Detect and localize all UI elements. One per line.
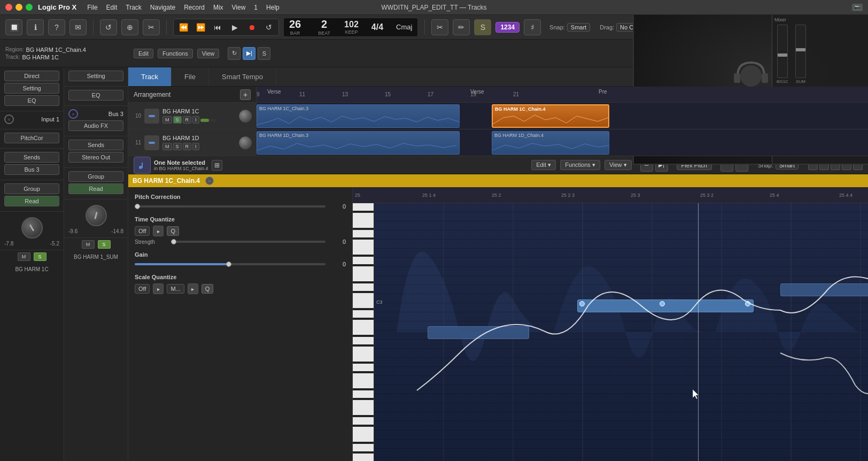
record-arm-11[interactable]: R xyxy=(183,143,192,150)
menu-bar[interactable]: File Edit Track Navigate Record Mix View… xyxy=(87,4,280,11)
time-q-btn[interactable]: Q xyxy=(167,226,179,236)
bus-btn-left[interactable]: Bus 3 xyxy=(4,164,59,175)
tab-track[interactable]: Track xyxy=(128,67,172,86)
region-info-icon[interactable]: ○ xyxy=(205,176,214,185)
toolbar-btn-2[interactable]: ℹ xyxy=(27,19,44,35)
region-11-1[interactable]: BG HARM 1D_Chain.3 xyxy=(257,131,460,155)
pitchcor-btn[interactable]: PitchCor xyxy=(4,133,59,143)
play-button[interactable]: ▶ xyxy=(227,20,242,34)
region-10-2[interactable]: BG HARM 1C_Chain.4 xyxy=(492,104,609,128)
eq-btn-left[interactable]: EQ xyxy=(4,95,59,106)
s-btn-left[interactable]: S xyxy=(34,252,46,261)
rewind-button[interactable]: ⏪ xyxy=(176,20,191,34)
toolbar-midi-btn[interactable]: 1234 xyxy=(495,22,520,33)
close-button[interactable] xyxy=(5,4,12,11)
menu-view[interactable]: View xyxy=(232,4,246,11)
record-arm-10[interactable]: R xyxy=(183,116,192,124)
toolbar-btn-6[interactable]: ✂ xyxy=(431,19,448,35)
input-11[interactable]: I xyxy=(192,143,199,150)
snap-value[interactable]: Smart xyxy=(567,23,590,32)
m-btn-right[interactable]: M xyxy=(82,240,95,249)
group-btn-left[interactable]: Group xyxy=(4,183,59,194)
note-sel-collapse[interactable]: ⊞ xyxy=(212,160,222,171)
toolbar-btn-pencil[interactable]: ✏ xyxy=(453,19,470,35)
to-start-button[interactable]: ⏮ xyxy=(210,20,225,34)
region-11-2[interactable]: BG HARM 1D_Chain.4 xyxy=(492,131,609,155)
region-10-1[interactable]: BG HARM 1C_Chain.3 xyxy=(257,104,460,128)
record-button[interactable]: ⏺ xyxy=(244,20,259,34)
vol-slider-10[interactable] xyxy=(200,119,216,122)
volume-knob-left[interactable] xyxy=(21,217,43,239)
editor-functions-btn[interactable]: Functions ▾ xyxy=(560,160,600,170)
time-quantize-dropdown[interactable]: Off xyxy=(135,226,150,236)
gain-slider[interactable] xyxy=(135,263,326,265)
traffic-lights[interactable] xyxy=(5,4,33,11)
toolbar-btn-1[interactable]: 🔲 xyxy=(5,19,22,35)
toolbar-btn-5[interactable]: ↺ xyxy=(100,19,117,35)
read-btn-left[interactable]: Read xyxy=(4,196,59,206)
mute-10[interactable]: M xyxy=(162,116,172,124)
menu-help[interactable]: Help xyxy=(266,4,280,11)
input-10[interactable]: I xyxy=(192,116,199,124)
toolbar-btn-3[interactable]: ? xyxy=(48,19,65,35)
view-dropdown[interactable]: View xyxy=(197,49,220,58)
add-track-button[interactable]: + xyxy=(240,89,251,100)
solo-11[interactable]: S xyxy=(173,143,182,150)
sends-btn-right[interactable]: Sends xyxy=(68,140,123,150)
note-main-selected[interactable] xyxy=(577,299,754,312)
loop-btn[interactable]: ↻ xyxy=(228,47,241,60)
toolbar-btn-4[interactable]: ✉ xyxy=(69,19,87,35)
menu-navigate[interactable]: Navigate xyxy=(150,4,175,11)
sends-btn-left[interactable]: Sends xyxy=(4,152,59,163)
scale-q-dropdown[interactable]: Off xyxy=(135,284,150,294)
forward-button[interactable]: ⏩ xyxy=(193,20,208,34)
pitch-grid[interactable]: C3 xyxy=(374,203,868,461)
editor-view-btn[interactable]: View ▾ xyxy=(604,160,632,170)
cycle-button[interactable]: ↺ xyxy=(261,20,276,34)
position-display[interactable]: 26 BAR 2 BEAT 102 KEEP 4/4 Cmaj xyxy=(283,18,418,37)
toolbar-crosshair[interactable]: ⊕ xyxy=(121,19,138,35)
toolbar-btn-solo[interactable]: S xyxy=(474,19,491,35)
s-btn-right[interactable]: S xyxy=(98,240,111,249)
vol-knob-10[interactable] xyxy=(239,110,252,122)
pitch-handle-1[interactable] xyxy=(579,301,585,306)
region-btn[interactable]: S xyxy=(258,47,270,60)
mute-11[interactable]: M xyxy=(162,143,172,150)
tab-smart-tempo[interactable]: Smart Tempo xyxy=(209,67,276,86)
note-right-1[interactable] xyxy=(780,283,868,296)
menu-file[interactable]: File xyxy=(87,4,97,11)
scale-mode-arrow[interactable]: ▸ xyxy=(188,283,198,294)
scale-q-arrow[interactable]: ▸ xyxy=(153,283,164,294)
solo-10[interactable]: S xyxy=(173,116,182,124)
group-btn-right[interactable]: Group xyxy=(68,171,123,182)
edit-dropdown[interactable]: Edit xyxy=(134,49,153,58)
menu-mix[interactable]: Mix xyxy=(213,4,223,11)
note-left[interactable] xyxy=(428,326,529,339)
stereo-out-btn[interactable]: Stereo Out xyxy=(68,152,123,163)
setting-btn-right[interactable]: Setting xyxy=(68,71,123,81)
pitch-handle-2[interactable] xyxy=(660,301,665,306)
toolbar-tuner-btn[interactable]: ♯ xyxy=(524,19,541,35)
m-btn-left[interactable]: M xyxy=(18,252,30,261)
tab-file[interactable]: File xyxy=(172,67,209,86)
vol-knob-11[interactable] xyxy=(239,136,252,149)
scale-q-btn[interactable]: Q xyxy=(201,284,214,294)
scale-mode-dropdown[interactable]: M... xyxy=(167,284,184,294)
volume-knob-right[interactable] xyxy=(86,205,107,226)
strength-slider[interactable] xyxy=(171,241,326,243)
toolbar-scissors[interactable]: ✂ xyxy=(143,19,160,35)
minimize-button[interactable] xyxy=(15,4,22,11)
menu-edit[interactable]: Edit xyxy=(106,4,118,11)
time-q-arrow[interactable]: ▸ xyxy=(153,226,164,236)
mode-btn[interactable]: ▶| xyxy=(243,47,255,60)
setting-btn-left[interactable]: Setting xyxy=(4,83,59,94)
read-btn-right[interactable]: Read xyxy=(68,183,123,194)
menu-1[interactable]: 1 xyxy=(254,4,258,11)
editor-edit-btn[interactable]: Edit ▾ xyxy=(531,160,556,170)
audio-fx-btn[interactable]: Audio FX xyxy=(68,120,123,131)
pitch-handle-3[interactable] xyxy=(745,301,750,306)
pitch-correction-slider[interactable] xyxy=(135,205,326,208)
direct-btn[interactable]: Direct xyxy=(4,71,59,81)
maximize-button[interactable] xyxy=(26,4,33,11)
menu-record[interactable]: Record xyxy=(184,4,205,11)
